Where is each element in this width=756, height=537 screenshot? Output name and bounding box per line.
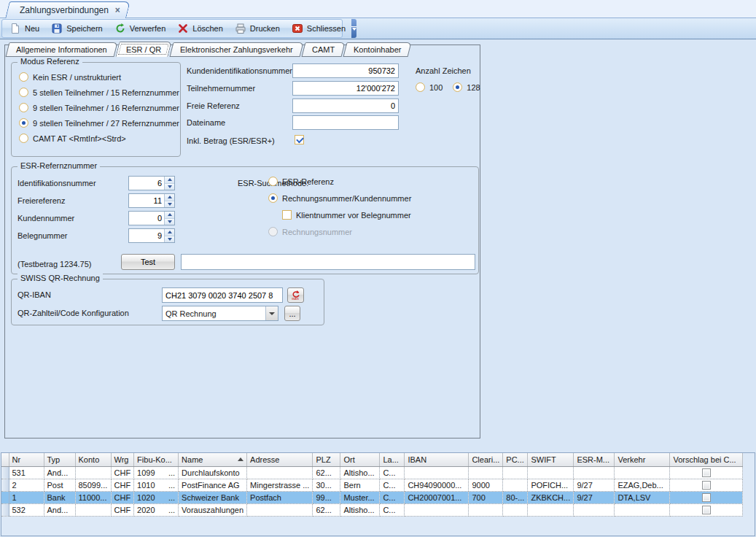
- qr-iban-input[interactable]: [162, 287, 283, 303]
- stepper-input[interactable]: [129, 229, 164, 242]
- column-header-wrg[interactable]: Wrg: [111, 453, 134, 466]
- grid-cell[interactable]: And...: [44, 466, 75, 479]
- stepper-up-button[interactable]: [165, 229, 174, 236]
- radio-icon[interactable]: [19, 88, 28, 97]
- stepper-down-button[interactable]: [165, 183, 174, 190]
- grid-cell[interactable]: [247, 503, 313, 516]
- kundenidentifikationsnummer-input[interactable]: [292, 63, 399, 78]
- grid-cell[interactable]: ZKBKCH...: [528, 491, 574, 503]
- stepper-down-button[interactable]: [165, 201, 174, 208]
- schliessen-button[interactable]: Schliessen: [286, 20, 351, 36]
- radio-icon[interactable]: [19, 118, 28, 128]
- grid-cell[interactable]: 85099...: [75, 479, 111, 491]
- radio-icon[interactable]: [453, 82, 462, 92]
- qr-iban-validate-button[interactable]: IBAN: [287, 287, 304, 303]
- row-header[interactable]: [1, 479, 9, 491]
- table-row[interactable]: 1Bank11000...CHF1020 ...Schweizer BankPo…: [1, 491, 743, 503]
- grid-cell[interactable]: 99...: [313, 491, 340, 503]
- vorschlag-checkbox[interactable]: [702, 493, 711, 502]
- grid-cell[interactable]: POFICH...: [528, 479, 574, 491]
- radio-icon[interactable]: [268, 193, 278, 203]
- grid-cell[interactable]: [574, 466, 615, 479]
- grid-cell[interactable]: [528, 466, 574, 479]
- inkl-betrag-checkbox[interactable]: [295, 135, 304, 144]
- grid-cell[interactable]: [75, 503, 111, 516]
- vorschlag-checkbox[interactable]: [702, 468, 711, 477]
- klientnummer-checkbox[interactable]: [282, 210, 292, 220]
- grid-cell[interactable]: 9000: [469, 479, 503, 491]
- grid-cell[interactable]: [503, 503, 528, 516]
- qr-config-more-button[interactable]: ...: [284, 306, 300, 321]
- column-header-iban[interactable]: IBAN: [405, 453, 469, 466]
- grid-cell[interactable]: 532: [9, 503, 44, 516]
- grid-cell[interactable]: EZAG,Deb...: [615, 479, 670, 491]
- table-row[interactable]: 2Post85099...CHF1010 ...PostFinance AGMi…: [1, 479, 743, 491]
- grid-cell[interactable]: C...: [380, 466, 405, 479]
- modus-option[interactable]: CAMT AT <RmtInf><Strd>: [19, 134, 179, 143]
- grid-cell[interactable]: 2: [9, 479, 44, 491]
- grid-cell[interactable]: C...: [380, 503, 405, 516]
- column-header-swift[interactable]: SWIFT: [528, 453, 574, 466]
- grid-cell[interactable]: 2020 ...: [134, 503, 179, 516]
- column-header-nr[interactable]: Nr: [9, 453, 44, 466]
- grid-cell[interactable]: Altisho...: [340, 466, 380, 479]
- grid-cell[interactable]: [405, 503, 469, 516]
- column-header-name[interactable]: Name: [179, 453, 247, 466]
- tab-kontoinhaber[interactable]: Kontoinhaber: [343, 42, 411, 57]
- test-result-input[interactable]: [181, 254, 475, 270]
- vorschlag-checkbox[interactable]: [702, 481, 711, 490]
- grid-cell[interactable]: CHF: [111, 466, 134, 479]
- grid-cell[interactable]: C...: [380, 491, 405, 503]
- grid-cell[interactable]: [469, 503, 503, 516]
- grid-cell[interactable]: 80-...: [503, 491, 528, 503]
- grid-cell[interactable]: [615, 503, 670, 516]
- row-header[interactable]: [1, 466, 9, 479]
- grid-cell[interactable]: Durchlaufskonto: [179, 466, 247, 479]
- klientnummer-checkbox-row[interactable]: Klientnummer vor Belegnummer: [282, 210, 411, 220]
- grid-cell[interactable]: CHF: [111, 491, 134, 503]
- tab-elektronischer-zahlungsverkehr[interactable]: Elektronischer Zahlungsverkehr: [170, 42, 304, 57]
- vorschlag-checkbox[interactable]: [702, 506, 711, 514]
- combo-dropdown-button[interactable]: [265, 306, 278, 320]
- tab-allgemeine-informationen[interactable]: Allgemeine Informationen: [6, 42, 118, 57]
- grid-cell[interactable]: 62...: [313, 466, 340, 479]
- grid-cell[interactable]: 700: [469, 491, 503, 503]
- radio-icon[interactable]: [19, 72, 28, 82]
- grid-cell[interactable]: CH94090000...: [405, 479, 469, 491]
- test-button[interactable]: Test: [121, 254, 175, 270]
- column-header-cleari-[interactable]: Cleari...: [469, 453, 503, 466]
- grid-cell[interactable]: [528, 503, 574, 516]
- radio-icon[interactable]: [268, 227, 278, 236]
- identifikationsnummer-stepper[interactable]: [128, 176, 175, 190]
- modus-option[interactable]: 9 stellen Teilnehmer / 16 Refernznummer: [19, 103, 179, 112]
- drucken-button[interactable]: Drucken: [229, 20, 286, 36]
- suchmethode-option[interactable]: ESR-Referenz: [268, 177, 411, 186]
- kundennummer-stepper[interactable]: [128, 211, 175, 225]
- grid-cell[interactable]: 9/27: [574, 491, 615, 503]
- freie-referenz-input[interactable]: [292, 98, 399, 113]
- grid-cell[interactable]: Schweizer Bank: [179, 491, 247, 503]
- grid-cell[interactable]: Post: [44, 479, 75, 491]
- stepper-down-button[interactable]: [165, 236, 174, 243]
- document-tab[interactable]: Zahlungsverbindungen ×: [5, 1, 130, 18]
- stepper-up-button[interactable]: [165, 194, 174, 201]
- stepper-up-button[interactable]: [165, 177, 174, 183]
- speichern-button[interactable]: Speichern: [45, 20, 109, 36]
- stepper-input[interactable]: [129, 194, 164, 207]
- column-header-konto[interactable]: Konto: [75, 453, 111, 466]
- column-header-pc-[interactable]: PC...: [503, 453, 528, 466]
- table-row[interactable]: 531And...CHF1099 ...Durchlaufskonto62...…: [1, 466, 743, 479]
- modus-option[interactable]: 5 stellen Teilnehmer / 15 Refernznummer: [19, 88, 179, 97]
- column-header-verkehr[interactable]: Verkehr: [615, 453, 670, 466]
- stepper-down-button[interactable]: [165, 218, 174, 225]
- grid-cell[interactable]: [247, 466, 313, 479]
- grid-cell[interactable]: Muster...: [340, 491, 380, 503]
- grid-cell[interactable]: 62...: [313, 503, 340, 516]
- column-header-typ[interactable]: Typ: [44, 453, 75, 466]
- grid-cell[interactable]: CHF: [111, 503, 134, 516]
- column-header-plz[interactable]: PLZ: [313, 453, 340, 466]
- grid-cell[interactable]: 1020 ...: [134, 491, 179, 503]
- grid-cell[interactable]: [615, 466, 670, 479]
- suchmethode-option[interactable]: Rechnungsnummer/Kundennummer: [268, 193, 411, 203]
- toolbar-overflow-button[interactable]: [351, 19, 356, 38]
